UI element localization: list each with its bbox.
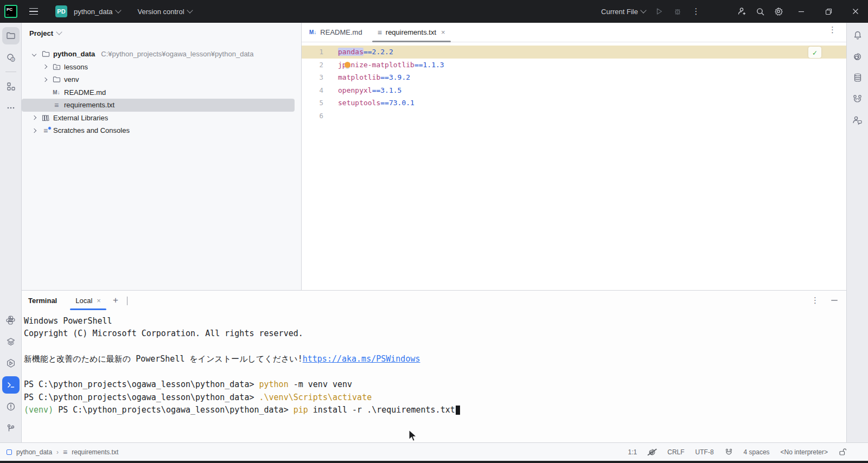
structure-tool-button[interactable]: [2, 78, 20, 95]
project-panel: Project python_data C:¥python_projects¥o…: [22, 23, 302, 290]
main-menu-button[interactable]: [24, 3, 43, 20]
services-tool-button[interactable]: [2, 355, 20, 372]
tab-close-icon[interactable]: ×: [97, 297, 101, 305]
terminal-line: 新機能と改善のために最新の PowerShell をインストールしてください!h…: [24, 353, 846, 366]
hide-terminal-button[interactable]: [831, 300, 838, 301]
text-file-icon: ≡: [63, 449, 67, 455]
code-line-4[interactable]: 4 openpyxl==3.1.5: [302, 84, 846, 97]
search-everywhere-button[interactable]: [752, 3, 768, 20]
hugging-face-status-icon[interactable]: [725, 448, 733, 456]
interpreter-widget[interactable]: <No interpreter>: [781, 448, 828, 456]
code-editor[interactable]: 1 pandas==2.2.2 2 jpanize-matplotlib==1.…: [302, 42, 846, 122]
ai-assistant-button[interactable]: [850, 48, 866, 65]
tree-row-python-data[interactable]: python_data C:¥python_projects¥ogawa_les…: [22, 48, 301, 61]
tree-row-requirements[interactable]: ≡ requirements.txt: [22, 99, 295, 112]
package-name: panize-matplotlib: [342, 61, 414, 69]
terminal-tool-button[interactable]: [2, 376, 20, 394]
python-console-tool-button[interactable]: [2, 311, 20, 329]
tab-readme[interactable]: M↓ README.md: [302, 23, 370, 42]
tree-row-scratches[interactable]: ≡ Scratches and Consoles: [22, 124, 301, 137]
breadcrumb-file[interactable]: requirements.txt: [72, 448, 118, 456]
powershell-link[interactable]: https://aka.ms/PSWindows: [303, 354, 420, 364]
commit-tool-button[interactable]: ?: [2, 49, 20, 66]
terminal-caret: [456, 406, 460, 415]
line-number: 4: [302, 86, 323, 94]
terminal-options-button[interactable]: ⋮: [811, 298, 819, 303]
terminal-output[interactable]: Windows PowerShell Copyright (C) Microso…: [22, 310, 846, 416]
code-line-2[interactable]: 2 jpanize-matplotlib==1.1.3: [302, 59, 846, 72]
chevron-collapsed-icon[interactable]: [30, 129, 38, 132]
editor-more-button[interactable]: ⋮: [828, 28, 837, 31]
database-icon: [853, 73, 863, 82]
tab-close-icon[interactable]: ×: [441, 28, 445, 36]
intention-bulb-icon[interactable]: [344, 62, 350, 68]
line-ending-widget[interactable]: CRLF: [667, 448, 684, 456]
more-tool-windows-button[interactable]: [2, 99, 20, 117]
code-line-5[interactable]: 5 setuptools==73.0.1: [302, 97, 846, 110]
terminal-icon: [6, 380, 16, 390]
new-terminal-button[interactable]: +: [113, 295, 118, 306]
ai-disabled-icon[interactable]: [648, 448, 656, 456]
tree-row-lessons[interactable]: lessons: [22, 61, 301, 74]
database-button[interactable]: [850, 69, 866, 86]
caret-position-widget[interactable]: 1:1: [628, 448, 637, 456]
more-actions-button[interactable]: ⋮: [688, 3, 704, 20]
commit-icon: ?: [6, 53, 16, 62]
chevron-down-icon: [640, 7, 646, 13]
command-text: python: [259, 380, 288, 389]
pycharm-logo-icon[interactable]: PC_: [4, 5, 17, 18]
tree-label: venv: [64, 75, 79, 83]
code-line-3[interactable]: 3 matplotlib==3.9.2: [302, 71, 846, 84]
terminal-line: [24, 340, 846, 353]
code-line-1[interactable]: 1 pandas==2.2.2: [302, 46, 846, 59]
python-packages-tool-button[interactable]: [2, 333, 20, 350]
close-icon: [852, 8, 859, 15]
project-panel-header[interactable]: Project: [22, 23, 301, 43]
terminal-tab-local[interactable]: Local ×: [71, 291, 105, 310]
restore-button[interactable]: [816, 0, 841, 23]
scratch-badge: [48, 126, 52, 130]
tree-row-venv[interactable]: venv: [22, 73, 301, 86]
tree-row-readme[interactable]: M↓ README.md: [22, 86, 301, 99]
terminal-dropdown-button[interactable]: [127, 297, 127, 305]
tree-row-external-libraries[interactable]: External Libraries: [22, 112, 301, 125]
project-badge[interactable]: PD: [55, 5, 67, 17]
structure-icon: [6, 81, 16, 91]
close-button[interactable]: [843, 0, 868, 23]
run-config-label: Current File: [601, 8, 638, 16]
inspections-widget[interactable]: ✓: [808, 47, 821, 58]
run-configuration-selector[interactable]: Current File: [598, 3, 649, 20]
version-spec: ==1.1.3: [414, 61, 444, 69]
code-with-me-users-button[interactable]: [850, 112, 866, 128]
version-spec: ==3.1.5: [372, 86, 402, 94]
encoding-widget[interactable]: UTF-8: [695, 448, 714, 456]
breadcrumb-project[interactable]: python_data: [16, 448, 52, 456]
problems-tool-button[interactable]: [2, 398, 20, 415]
git-tool-button[interactable]: [2, 420, 20, 437]
code-line-6[interactable]: 6: [302, 110, 846, 123]
hugging-face-icon: [852, 94, 863, 104]
tree-label: External Libraries: [53, 114, 108, 122]
check-icon: ✓: [813, 48, 817, 57]
hugging-face-button[interactable]: [850, 91, 866, 107]
project-tool-button[interactable]: [2, 27, 20, 44]
project-selector[interactable]: python_data: [71, 3, 124, 20]
line-number: 1: [302, 48, 323, 56]
chevron-collapsed-icon[interactable]: [41, 65, 49, 68]
code-with-me-button[interactable]: [733, 3, 750, 20]
command-text: .\venv\Scripts\activate: [259, 393, 372, 402]
scratches-icon: ≡: [41, 128, 50, 133]
indent-widget[interactable]: 4 spaces: [744, 448, 770, 456]
tree-label: Scratches and Consoles: [53, 126, 130, 134]
run-button[interactable]: [651, 3, 667, 20]
chevron-collapsed-icon[interactable]: [30, 116, 38, 119]
tab-requirements[interactable]: ≡ requirements.txt ×: [370, 23, 453, 42]
version-control-menu[interactable]: Version control: [135, 3, 195, 20]
debug-button[interactable]: [669, 3, 686, 20]
unlock-icon[interactable]: [839, 448, 846, 456]
minimize-button[interactable]: [789, 0, 814, 23]
settings-button[interactable]: [770, 3, 787, 20]
notifications-button[interactable]: [850, 27, 866, 43]
chevron-collapsed-icon[interactable]: [41, 78, 49, 81]
chevron-expanded-icon[interactable]: [30, 53, 38, 56]
